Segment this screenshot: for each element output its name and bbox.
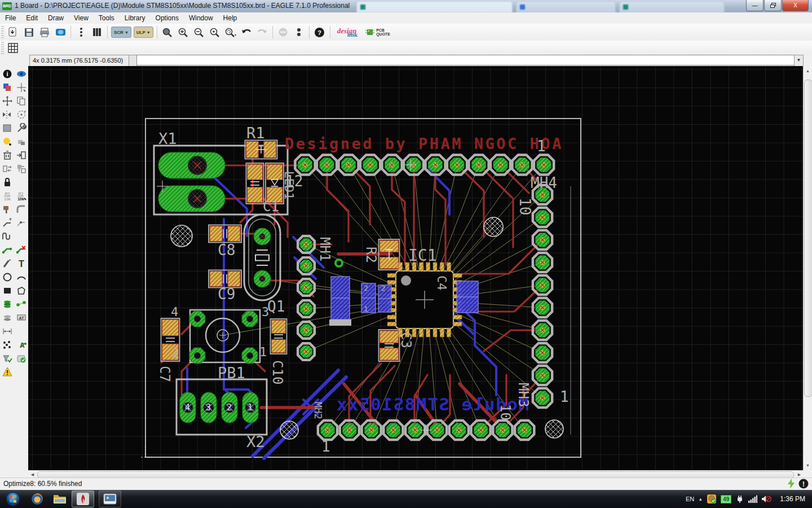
lock-icon[interactable]: [1, 176, 14, 189]
start-button[interactable]: [1, 491, 25, 507]
ratsnest-icon[interactable]: [1, 339, 14, 351]
display-layers-icon[interactable]: [1, 81, 14, 94]
close-button[interactable]: X: [782, 0, 809, 11]
clock[interactable]: 1:36 PM: [775, 495, 810, 503]
mirror-icon[interactable]: [1, 108, 14, 121]
zoom-in-button[interactable]: [176, 25, 191, 39]
polygon-icon[interactable]: [15, 284, 28, 297]
help-button[interactable]: ?: [312, 25, 327, 39]
svg-text:Q1: Q1: [267, 298, 285, 315]
text-icon[interactable]: T: [15, 257, 28, 270]
network-signal-icon[interactable]: [748, 495, 757, 503]
rect-icon[interactable]: [1, 284, 14, 297]
errors-icon[interactable]: [15, 352, 28, 365]
name-icon[interactable]: R210k: [1, 190, 14, 202]
wire-icon[interactable]: [1, 257, 14, 270]
drill-legend-button[interactable]: [74, 25, 89, 39]
mark-icon[interactable]: [15, 81, 28, 94]
miter-icon[interactable]: [15, 203, 28, 216]
signal-icon[interactable]: [15, 298, 28, 310]
menu-item-help[interactable]: Help: [218, 12, 242, 24]
rotate-icon[interactable]: [15, 108, 28, 121]
menu-item-edit[interactable]: Edit: [21, 12, 43, 24]
coordinate-mini-button[interactable]: [129, 55, 137, 67]
scroll-down-icon[interactable]: ▼: [804, 462, 811, 469]
dimension-icon[interactable]: [1, 325, 14, 338]
zoom-out-button[interactable]: [192, 25, 206, 39]
arc-icon[interactable]: [15, 271, 28, 283]
command-dropdown-icon[interactable]: ▼: [794, 55, 804, 67]
library-button[interactable]: [90, 25, 104, 39]
tray-expand-icon[interactable]: ▲: [698, 497, 703, 502]
restore-button[interactable]: [764, 0, 782, 11]
attribute-icon[interactable]: AT: [15, 312, 28, 324]
optimize-icon[interactable]: [15, 217, 28, 229]
horizontal-scrollbar[interactable]: ◀ ▶: [28, 470, 804, 478]
undo-button[interactable]: [239, 25, 254, 39]
group-icon[interactable]: [1, 122, 14, 134]
delete-icon[interactable]: [1, 149, 14, 161]
print-button[interactable]: [37, 25, 52, 39]
menu-item-file[interactable]: File: [0, 12, 21, 24]
paste-icon[interactable]: [15, 135, 28, 148]
stop-button[interactable]: [276, 25, 290, 39]
save-button[interactable]: [21, 25, 36, 39]
split-icon[interactable]: [1, 217, 14, 229]
pinswap-icon[interactable]: [1, 163, 14, 175]
menu-item-view[interactable]: View: [69, 12, 94, 24]
redo-button[interactable]: [255, 25, 270, 39]
zoom-redraw-button[interactable]: [223, 25, 238, 39]
meander-icon[interactable]: [1, 230, 14, 243]
menu-item-draw[interactable]: Draw: [43, 12, 69, 24]
route-icon[interactable]: [1, 244, 14, 256]
taskbar-eagle-icon[interactable]: [72, 491, 94, 507]
pcb-quote-button[interactable]: PCBQUOTE: [365, 28, 390, 37]
warning-icon[interactable]: [1, 366, 14, 378]
power-plug-icon[interactable]: [735, 494, 744, 503]
battery-percent-badge[interactable]: 49: [721, 495, 731, 503]
language-indicator[interactable]: EN: [686, 496, 694, 502]
zoom-fit-button[interactable]: [160, 25, 175, 39]
export-image-button[interactable]: [53, 25, 68, 39]
stop-status-icon[interactable]: !: [798, 479, 809, 489]
minimize-button[interactable]: —: [746, 0, 764, 11]
taskbar-explorer-icon[interactable]: [49, 491, 70, 507]
move-icon[interactable]: [1, 95, 14, 107]
copy-icon[interactable]: [15, 95, 28, 107]
auto-icon[interactable]: A: [15, 339, 28, 351]
grid-button[interactable]: [6, 41, 20, 55]
open-board-button[interactable]: [6, 25, 20, 39]
vertical-scroll-thumb[interactable]: [804, 80, 812, 397]
ripup-icon[interactable]: [15, 244, 28, 256]
zoom-select-button[interactable]: [208, 25, 222, 39]
drc-icon[interactable]: [1, 352, 14, 365]
menu-item-tools[interactable]: Tools: [94, 12, 120, 24]
command-input[interactable]: [136, 55, 798, 65]
menu-item-library[interactable]: Library: [120, 12, 151, 24]
svg-text:C1: C1: [263, 199, 279, 214]
circle-icon[interactable]: [1, 271, 14, 283]
volume-muted-icon[interactable]: [761, 494, 771, 503]
taskbar-viewer-icon[interactable]: [99, 491, 121, 507]
change-icon[interactable]: [15, 122, 28, 134]
via-icon[interactable]: [1, 298, 14, 310]
show-icon[interactable]: [15, 68, 28, 80]
info-icon[interactable]: i: [1, 68, 14, 80]
smash-icon[interactable]: [1, 203, 14, 216]
menu-item-options[interactable]: Options: [151, 12, 184, 24]
value-icon[interactable]: R210k: [15, 190, 28, 202]
menu-item-window[interactable]: Window: [184, 12, 218, 24]
taskbar-firefox-icon[interactable]: [27, 491, 48, 507]
go-button[interactable]: [292, 25, 306, 39]
design-link-logo[interactable]: designlink: [337, 28, 358, 37]
replace-icon[interactable]: [15, 163, 28, 175]
cut-icon[interactable]: [1, 135, 14, 148]
vertical-scrollbar[interactable]: ▲ ▼: [803, 66, 812, 470]
scroll-up-icon[interactable]: ▲: [804, 67, 811, 75]
hole-icon[interactable]: [1, 312, 14, 324]
add-icon[interactable]: [15, 149, 28, 161]
board-canvas[interactable]: Designed by PHAM NGOC HOAModule STM8S105…: [28, 66, 804, 470]
run-script-button[interactable]: SCR▼: [111, 27, 131, 38]
run-ulp-button[interactable]: ULP▼: [134, 27, 153, 38]
update-shield-icon[interactable]: [707, 494, 717, 504]
